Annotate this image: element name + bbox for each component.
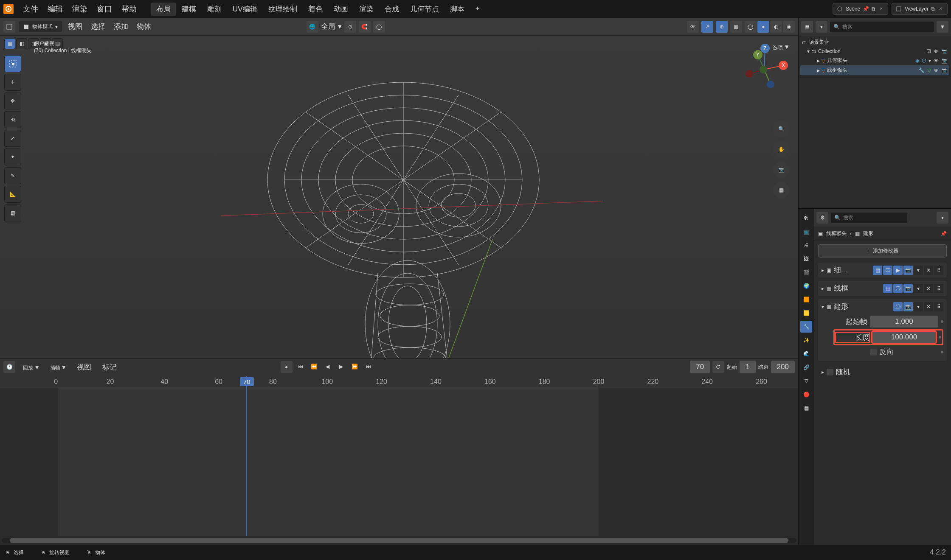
nav-gizmo[interactable]: X Y Z [739,44,790,95]
close-icon[interactable]: × [878,6,884,12]
tree-scene-collection[interactable]: 🗀 场景集合 [800,37,949,47]
select-tool-icon[interactable] [4,55,21,72]
tab-constraint-icon[interactable]: 🔗 [800,361,812,373]
tree-collection[interactable]: ▾ 🗀 Collection ☑ 👁 📷 [800,47,949,56]
random-checkbox[interactable] [827,369,833,375]
menu-edit[interactable]: 编辑 [43,1,67,17]
render-icon[interactable]: 📷 [941,48,948,54]
pivot-icon[interactable]: ⊙ [344,21,356,33]
tab-scene-icon[interactable]: 🎬 [800,266,812,278]
menu-file[interactable]: 文件 [19,1,42,17]
outliner-search[interactable]: 🔍 搜索 [830,22,934,32]
start-frame-field[interactable]: 1 [740,361,755,373]
menu-help[interactable]: 帮助 [117,1,141,17]
display-icon[interactable]: 🖵 [893,284,903,293]
pan-icon[interactable]: ✋ [773,141,790,158]
pin-icon[interactable]: 📌 [863,6,869,12]
delete-icon[interactable]: ✕ [924,266,933,275]
render-shade-icon[interactable]: ◉ [783,21,795,33]
tab-layout[interactable]: 布局 [151,3,176,16]
tl-menu-keying[interactable]: 插帧 ▾ [47,361,70,373]
tab-render[interactable]: 渲染 [354,3,379,16]
tab-texpaint[interactable]: 纹理绘制 [263,3,302,16]
tab-uv[interactable]: UV编辑 [228,3,262,16]
tab-material-icon[interactable]: 🔴 [800,389,812,400]
anim-dot-icon[interactable] [941,351,943,353]
display-mode-icon[interactable]: ▾ [816,21,827,33]
tab-add[interactable]: + [470,3,485,16]
options-icon[interactable]: ▾ [937,212,948,224]
modifier-name[interactable]: 线框 [834,283,848,293]
close-icon[interactable]: × [937,6,944,12]
play-rev-icon[interactable]: ◀ [322,361,333,372]
xray-icon[interactable]: ▦ [730,21,742,33]
vp-menu-view[interactable]: 视图 [65,20,85,33]
orientation-icon[interactable]: 🌐 [307,21,318,33]
scale-tool-icon[interactable]: ⤢ [4,130,21,147]
vp-menu-select[interactable]: 选择 [88,20,108,33]
checkbox-icon[interactable]: ☑ [926,48,931,54]
select-all-icon[interactable]: ▦ [4,38,15,49]
tab-render-icon[interactable]: 📺 [800,226,812,238]
drag-icon[interactable]: ⠿ [934,266,943,275]
key-next-icon[interactable]: ⏩ [349,361,360,372]
tab-modifier-icon[interactable]: 🔧 [800,321,812,333]
tab-shading[interactable]: 着色 [303,3,328,16]
tree-item-geomonkey[interactable]: ▸ ▽ 几何猴头 ◈ ⬡ ▾ 👁 📷 [800,56,949,65]
scene-selector[interactable]: Scene 📌 ⧉ × [833,3,888,15]
drag-icon[interactable]: ⠿ [934,302,943,311]
tab-sculpt[interactable]: 雕刻 [202,3,227,16]
chevron-down-icon[interactable]: ▾ [807,48,810,54]
eye-icon[interactable]: 👁 [934,67,939,73]
timeline-scrollbar[interactable] [2,538,796,543]
chevron-down-icon[interactable]: ▾ [822,304,824,310]
tl-menu-marker[interactable]: 标记 [99,361,120,374]
mode-selector[interactable]: 物体模式 ▾ [19,21,62,32]
breadcrumb-object[interactable]: 线框猴头 [826,230,847,237]
timeline-editor-icon[interactable]: 🕐 [3,361,15,373]
menu-render[interactable]: 渲染 [68,1,92,17]
measure-tool-icon[interactable]: 📐 [4,186,21,203]
edit-mode-icon[interactable]: ▤ [883,284,892,293]
delete-icon[interactable]: ✕ [924,284,933,293]
annotate-tool-icon[interactable]: ✎ [4,167,21,184]
wire-shade-icon[interactable]: ◯ [745,21,757,33]
tab-tool-icon[interactable]: 🛠 [800,212,812,224]
props-editor-icon[interactable]: ⚙ [816,212,828,224]
tab-output-icon[interactable]: 🖨 [800,239,812,251]
jump-start-icon[interactable]: ⏮ [295,361,306,372]
tab-world-icon[interactable]: 🌍 [800,280,812,292]
viewlayer-selector[interactable]: ViewLayer ⧉ × [892,3,948,15]
drag-icon[interactable]: ⠿ [934,284,943,293]
editor-type-icon[interactable] [3,21,15,33]
tree-item-wiremonkey[interactable]: ▸ ▽ 线框猴头 🔧 ▽ 👁 📷 [800,65,949,75]
chevron-down-icon[interactable]: ▾ [928,58,931,64]
chevron-right-icon[interactable]: ▸ [822,369,824,375]
viewport-3d[interactable]: ▦ ◧ ◨ ▣ ▤ ✛ ✥ ⟲ ⤢ ✦ ✎ 📐 ▧ 用户透视 [0,36,798,358]
chevron-right-icon[interactable]: ▸ [817,58,820,64]
tl-menu-playback[interactable]: 回放 ▾ [20,361,42,373]
tab-data-icon[interactable]: ▽ [800,375,812,387]
dropdown-icon[interactable]: ▾ [914,284,923,293]
edit-mode-icon[interactable]: ▤ [873,266,882,275]
move-tool-icon[interactable]: ✥ [4,92,21,109]
ortho-icon[interactable]: ▦ [773,182,790,199]
tab-viewlayer-icon[interactable]: 🖼 [800,253,812,265]
end-frame-field[interactable]: 200 [771,361,795,373]
visibility-icon[interactable]: 👁 [687,21,699,33]
eye-icon[interactable]: 👁 [934,48,939,54]
render-icon[interactable]: 📷 [941,58,948,64]
filter-icon[interactable]: ▼ [937,21,948,33]
range-icon[interactable]: ⏱ [712,361,724,373]
eye-icon[interactable]: 👁 [934,58,939,64]
camera-icon[interactable]: 📷 [773,161,790,178]
breadcrumb-modifier[interactable]: 建形 [863,230,873,237]
snap-icon[interactable]: 🧲 [359,21,371,33]
tab-texture-icon[interactable]: ▦ [800,402,812,414]
render-toggle-icon[interactable]: 📷 [903,302,913,311]
key-prev-icon[interactable]: ⏪ [309,361,320,372]
tl-menu-view[interactable]: 视图 [73,361,95,374]
chevron-right-icon[interactable]: ▸ [822,286,824,291]
outliner-editor-icon[interactable]: ≣ [801,21,813,33]
dropdown-icon[interactable]: ▾ [914,302,923,311]
